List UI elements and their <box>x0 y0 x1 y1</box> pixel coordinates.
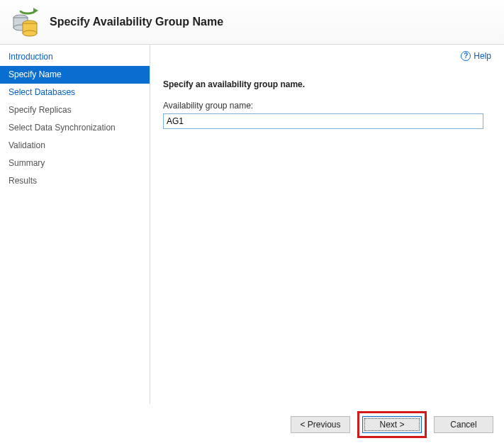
help-link[interactable]: ? Help <box>461 51 491 61</box>
sidebar-item-results: Results <box>0 172 150 190</box>
availability-group-name-label: Availability group name: <box>163 101 491 111</box>
previous-button[interactable]: < Previous <box>291 416 350 433</box>
next-button-highlight: Next > <box>357 411 427 438</box>
sidebar-item-validation: Validation <box>0 137 150 155</box>
cancel-button[interactable]: Cancel <box>434 416 493 433</box>
wizard-body: Introduction Specify Name Select Databas… <box>0 44 504 404</box>
wizard-main: ? Help Specify an availability group nam… <box>150 44 504 404</box>
sidebar-item-select-databases[interactable]: Select Databases <box>0 84 150 101</box>
next-button[interactable]: Next > <box>362 416 422 433</box>
help-label: Help <box>474 51 491 61</box>
sidebar-item-introduction[interactable]: Introduction <box>0 48 150 66</box>
database-group-icon <box>10 6 41 38</box>
sidebar-item-specify-name[interactable]: Specify Name <box>0 66 150 84</box>
sidebar-item-summary: Summary <box>0 155 150 172</box>
svg-marker-0 <box>33 8 38 13</box>
availability-group-name-input[interactable] <box>163 113 483 129</box>
wizard-footer: < Previous Next > Cancel <box>285 406 499 443</box>
sidebar-item-select-data-synchronization: Select Data Synchronization <box>0 119 150 137</box>
prompt-text: Specify an availability group name. <box>163 79 491 89</box>
wizard-header: Specify Availability Group Name <box>0 0 504 44</box>
sidebar-item-specify-replicas: Specify Replicas <box>0 101 150 119</box>
help-icon: ? <box>461 51 471 61</box>
wizard-sidebar: Introduction Specify Name Select Databas… <box>0 44 150 404</box>
page-title: Specify Availability Group Name <box>50 16 223 28</box>
svg-point-6 <box>23 30 37 36</box>
